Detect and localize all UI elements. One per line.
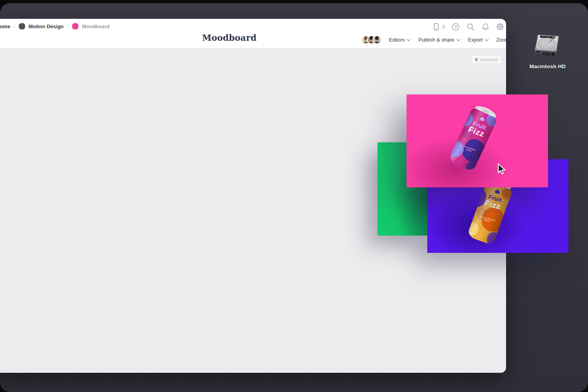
publish-share-label: Publish & share xyxy=(418,37,454,43)
breadcrumb-separator: / xyxy=(67,24,69,29)
search-icon[interactable] xyxy=(466,22,475,31)
screen: Macintosh HD Home / Motion Design / Mood… xyxy=(0,0,588,392)
help-icon[interactable]: ? xyxy=(451,22,460,31)
device-icon[interactable] xyxy=(432,22,440,31)
settings-gear-icon[interactable] xyxy=(496,22,505,31)
breadcrumb: Home / Motion Design / Moodboard xyxy=(0,22,110,31)
board-icon-motion-design xyxy=(19,23,25,29)
export-menu-button[interactable]: Export xyxy=(468,37,488,43)
unsorted-label: Unsorted xyxy=(479,57,498,62)
unsorted-badge[interactable]: 0 Unsorted xyxy=(471,55,502,64)
desktop-icon-macintosh-hd[interactable]: Macintosh HD xyxy=(524,33,571,69)
avatar xyxy=(372,35,381,44)
breadcrumb-moodboard[interactable]: Moodboard xyxy=(82,24,110,29)
device-count: 0 xyxy=(442,24,445,30)
editors-menu-button[interactable]: Editors xyxy=(389,37,410,43)
desktop-icon-label: Macintosh HD xyxy=(524,64,571,69)
unsorted-count: 0 xyxy=(475,57,477,62)
editor-avatars[interactable] xyxy=(361,35,381,44)
hard-drive-icon xyxy=(533,33,562,61)
breadcrumb-separator: / xyxy=(14,24,15,29)
publish-share-menu-button[interactable]: Publish & share xyxy=(418,37,459,43)
chevron-down-icon xyxy=(485,37,489,41)
window-top-icons: 0 ? xyxy=(432,22,505,31)
zoom-out-label: Zoom out xyxy=(496,37,518,43)
notifications-bell-icon[interactable] xyxy=(481,22,490,31)
editors-label: Editors xyxy=(389,37,405,43)
card-pink-fruit-fizz[interactable]: Fruit Fizz WILD BERRY SODA 375 ml xyxy=(407,94,548,187)
chevron-down-icon xyxy=(456,37,460,41)
page-title: Moodboard xyxy=(202,33,257,43)
svg-text:?: ? xyxy=(454,24,457,29)
breadcrumb-motion-design[interactable]: Motion Design xyxy=(29,24,64,29)
export-label: Export xyxy=(468,37,483,43)
board-icon-moodboard xyxy=(72,23,78,29)
zoom-out-button[interactable]: Zoom out xyxy=(496,37,518,43)
breadcrumb-home[interactable]: Home xyxy=(0,24,10,29)
chevron-down-icon xyxy=(407,37,411,41)
toolbar: Editors Publish & share Export Zoom out xyxy=(361,34,518,45)
